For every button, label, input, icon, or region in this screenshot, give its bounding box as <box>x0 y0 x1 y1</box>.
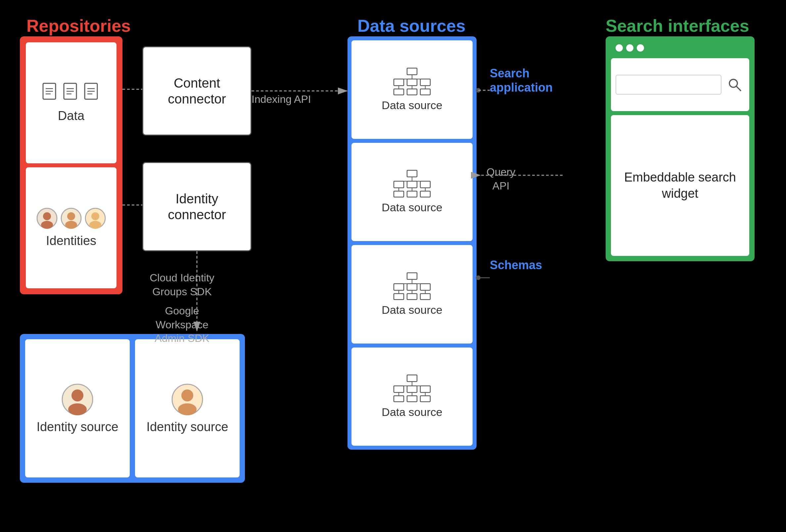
svg-rect-49 <box>407 284 417 290</box>
svg-point-19 <box>91 212 99 220</box>
svg-rect-68 <box>420 396 430 402</box>
svg-rect-61 <box>407 386 417 392</box>
svg-point-87 <box>476 275 481 280</box>
traffic-dot-1 <box>616 44 623 52</box>
identity-connector-box: Identityconnector <box>142 162 252 251</box>
identity-source-2: Identity source <box>135 339 239 478</box>
svg-point-13 <box>43 212 51 220</box>
search-icon <box>725 75 745 95</box>
svg-point-16 <box>67 212 75 220</box>
identity-sources-box: Identity source Identity source <box>20 334 245 483</box>
svg-rect-42 <box>394 191 404 197</box>
svg-line-76 <box>737 87 741 91</box>
google-workspace-label: Google WorkspaceAdmin SDK <box>139 304 225 345</box>
traffic-dot-3 <box>637 44 644 52</box>
svg-rect-43 <box>407 191 417 197</box>
face-icon-3 <box>85 208 106 229</box>
svg-point-71 <box>68 403 87 415</box>
widget-inner: Embeddable search widget <box>611 115 749 256</box>
svg-rect-54 <box>394 294 404 299</box>
svg-rect-66 <box>394 396 404 402</box>
svg-rect-44 <box>420 191 430 197</box>
datasource-3: Data source <box>351 245 472 343</box>
svg-rect-57 <box>407 375 417 382</box>
svg-rect-45 <box>407 273 417 280</box>
identities-box: Identities <box>26 167 116 288</box>
org-chart-icon-1 <box>392 68 432 96</box>
search-bar-inner <box>611 58 749 111</box>
identity-connector-label: Identityconnector <box>168 191 226 222</box>
datasource-label-4: Data source <box>382 406 442 418</box>
identities-label: Identities <box>46 234 96 248</box>
svg-rect-55 <box>407 294 417 299</box>
identity-source-label-2: Identity source <box>146 420 228 434</box>
content-connector-label: Contentconnector <box>168 75 226 107</box>
svg-rect-26 <box>420 79 430 86</box>
svg-rect-25 <box>407 79 417 86</box>
repositories-box: Data <box>20 37 122 294</box>
data-box: Data <box>26 42 116 163</box>
svg-rect-38 <box>420 181 430 188</box>
svg-point-75 <box>730 79 737 87</box>
svg-rect-60 <box>394 386 404 392</box>
query-api-label: QueryAPI <box>486 165 515 193</box>
indexing-api-label: Indexing API <box>252 93 311 106</box>
datasource-4: Data source <box>351 347 472 446</box>
diagram-container: Repositories Data sources Search interfa… <box>0 0 786 532</box>
svg-rect-33 <box>407 170 417 177</box>
doc-icon-1 <box>41 83 60 104</box>
identity-source-icon-2 <box>171 383 204 416</box>
svg-rect-56 <box>420 294 430 299</box>
datasource-2: Data source <box>351 143 472 241</box>
svg-rect-36 <box>394 181 404 188</box>
label-searchinterfaces: Search interfaces <box>606 16 749 36</box>
svg-rect-32 <box>420 89 430 95</box>
svg-rect-37 <box>407 181 417 188</box>
org-chart-icon-2 <box>392 170 432 198</box>
datasources-box: Data source Data source <box>347 37 477 450</box>
org-chart-icon-4 <box>392 374 432 403</box>
label-datasources: Data sources <box>357 16 466 36</box>
svg-point-17 <box>65 221 77 229</box>
datasource-label-2: Data source <box>382 201 442 214</box>
data-label: Data <box>58 109 85 123</box>
schemas-label: Schemas <box>490 258 542 272</box>
svg-point-20 <box>89 221 101 229</box>
svg-rect-30 <box>394 89 404 95</box>
doc-icon-3 <box>83 83 101 104</box>
label-repositories: Repositories <box>26 16 131 36</box>
svg-rect-50 <box>420 284 430 290</box>
traffic-dot-2 <box>626 44 633 52</box>
doc-icon-2 <box>62 83 80 104</box>
svg-rect-21 <box>407 68 417 75</box>
data-icons-row <box>41 83 101 104</box>
svg-rect-67 <box>407 396 417 402</box>
identity-source-icon-1 <box>61 383 94 416</box>
content-connector-box: Contentconnector <box>142 46 252 136</box>
datasource-1: Data source <box>351 40 472 139</box>
svg-rect-31 <box>407 89 417 95</box>
datasource-label-3: Data source <box>382 304 442 316</box>
svg-point-74 <box>178 403 196 415</box>
search-top-bar <box>611 42 749 54</box>
svg-point-14 <box>41 221 53 229</box>
svg-point-85 <box>476 88 481 93</box>
identity-source-1: Identity source <box>25 339 130 478</box>
search-input-mock[interactable] <box>616 75 721 95</box>
cloud-identity-label: Cloud IdentityGroups SDK <box>146 271 218 298</box>
search-interfaces-box: Embeddable search widget <box>606 37 755 261</box>
face-icon-2 <box>61 208 82 229</box>
datasource-label-1: Data source <box>382 99 442 112</box>
svg-rect-24 <box>394 79 404 86</box>
svg-rect-48 <box>394 284 404 290</box>
svg-point-70 <box>71 389 84 402</box>
org-chart-icon-3 <box>392 272 432 300</box>
identity-source-label-1: Identity source <box>37 420 118 434</box>
widget-label: Embeddable search widget <box>618 169 743 202</box>
svg-rect-62 <box>420 386 430 392</box>
svg-point-73 <box>181 389 193 402</box>
identity-icons-row <box>37 208 106 229</box>
search-application-label: Searchapplication <box>490 66 553 95</box>
face-icon-1 <box>37 208 58 229</box>
